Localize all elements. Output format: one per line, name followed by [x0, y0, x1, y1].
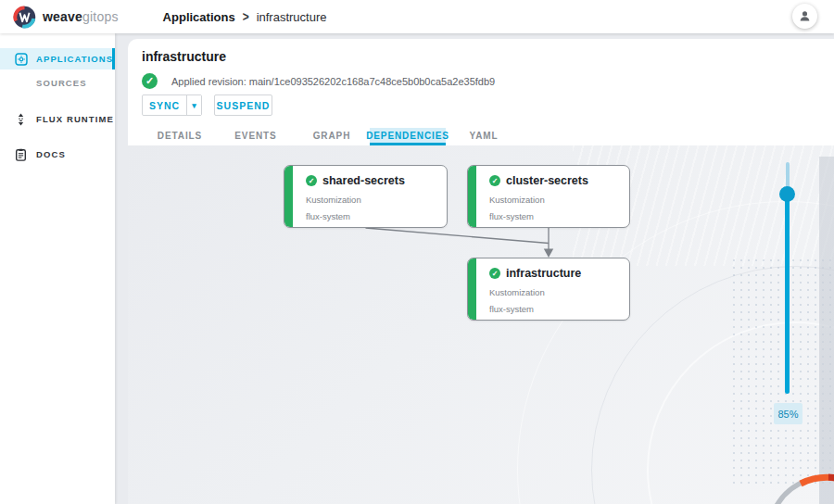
sidebar-item-applications[interactable]: APPLICATIONS	[0, 48, 115, 69]
graph-node-shared-secrets[interactable]: ✓ shared-secrets Kustomization flux-syst…	[284, 165, 448, 228]
check-glyph: ✓	[309, 177, 315, 185]
sidebar-item-sources[interactable]: SOURCES	[0, 72, 115, 94]
tab-details[interactable]: DETAILS	[142, 128, 218, 145]
check-circle-icon: ✓	[489, 175, 500, 186]
zoom-slider-track[interactable]	[785, 187, 790, 394]
watermark-vertical-strip	[819, 157, 834, 504]
tab-graph[interactable]: GRAPH	[294, 128, 370, 145]
sync-button[interactable]: SYNC	[143, 95, 186, 115]
user-account-button[interactable]	[792, 4, 817, 29]
breadcrumb-chevron-icon: >	[243, 8, 249, 25]
app-detail-header: infrastructure ✓ Applied revision: main/…	[128, 39, 834, 145]
node-namespace: flux-system	[489, 211, 629, 221]
watermark-orange-arc	[695, 448, 834, 504]
node-body: ✓ shared-secrets Kustomization flux-syst…	[293, 166, 447, 227]
node-namespace: flux-system	[489, 304, 629, 314]
caret-down-icon: ▾	[192, 101, 196, 110]
check-circle-icon: ✓	[489, 268, 500, 279]
node-body: ✓ infrastructure Kustomization flux-syst…	[476, 258, 629, 320]
docs-icon	[14, 147, 28, 161]
node-name: cluster-secrets	[506, 174, 588, 187]
sidebar-item-label: DOCS	[36, 149, 66, 159]
weave-logo-icon	[13, 6, 36, 29]
tab-events[interactable]: EVENTS	[218, 128, 294, 145]
zoom-level-badge: 85%	[774, 403, 802, 424]
watermark-circle	[647, 321, 834, 504]
sidebar-item-label: SOURCES	[36, 78, 87, 88]
check-glyph: ✓	[145, 75, 154, 87]
check-glyph: ✓	[492, 270, 499, 278]
node-status-strip	[284, 166, 293, 227]
check-circle-icon: ✓	[306, 175, 317, 186]
person-icon	[798, 9, 812, 23]
node-kind: Kustomization	[489, 287, 629, 297]
zoom-slider-thumb[interactable]	[779, 186, 795, 202]
dependencies-graph-canvas[interactable]: ✓ shared-secrets Kustomization flux-syst…	[128, 145, 834, 504]
sidebar-item-flux-runtime[interactable]: FLUX RUNTIME	[0, 108, 115, 130]
applied-revision-row: ✓ Applied revision: main/1ce093526202c16…	[142, 73, 495, 89]
tab-dependencies[interactable]: DEPENDENCIES	[370, 128, 446, 145]
page-title: infrastructure	[142, 49, 226, 64]
tab-bar: DETAILS EVENTS GRAPH DEPENDENCIES YAML	[142, 128, 522, 145]
breadcrumb-page: infrastructure	[257, 10, 327, 24]
node-name: infrastructure	[506, 267, 581, 280]
sync-dropdown-button[interactable]: ▾	[186, 95, 201, 115]
graph-node-infrastructure[interactable]: ✓ infrastructure Kustomization flux-syst…	[467, 258, 630, 321]
graph-node-cluster-secrets[interactable]: ✓ cluster-secrets Kustomization flux-sys…	[467, 165, 630, 228]
arrowhead-icon	[544, 249, 553, 258]
sidebar: APPLICATIONS SOURCES FLUX RUNTIME	[0, 33, 115, 504]
node-kind: Kustomization	[489, 195, 629, 205]
sidebar-item-label: APPLICATIONS	[36, 54, 113, 64]
flux-runtime-icon	[14, 112, 28, 126]
node-name: shared-secrets	[322, 174, 405, 187]
node-status-strip	[468, 258, 476, 320]
applied-revision-text: Applied revision: main/1ce093526202c168a…	[171, 76, 495, 87]
node-kind: Kustomization	[306, 195, 447, 205]
check-circle-icon: ✓	[142, 73, 158, 89]
node-namespace: flux-system	[306, 211, 447, 221]
action-buttons: SYNC ▾ SUSPEND	[142, 94, 272, 116]
sidebar-item-label: FLUX RUNTIME	[36, 114, 114, 124]
check-glyph: ✓	[492, 177, 499, 185]
breadcrumb-section[interactable]: Applications	[163, 10, 235, 24]
suspend-button[interactable]: SUSPEND	[214, 94, 272, 116]
node-body: ✓ cluster-secrets Kustomization flux-sys…	[476, 166, 629, 227]
breadcrumb: Applications > infrastructure	[163, 10, 327, 24]
weave-gitops-logo[interactable]: weavegitops	[13, 6, 119, 29]
logo-wordmark: weavegitops	[43, 9, 119, 24]
applications-icon	[14, 52, 28, 66]
watermark-dots	[730, 257, 834, 488]
sidebar-item-docs[interactable]: DOCS	[0, 144, 115, 165]
tab-yaml[interactable]: YAML	[446, 128, 522, 145]
top-bar: weavegitops Applications > infrastructur…	[0, 0, 834, 33]
node-status-strip	[468, 166, 476, 227]
sync-button-group: SYNC ▾	[142, 94, 202, 116]
